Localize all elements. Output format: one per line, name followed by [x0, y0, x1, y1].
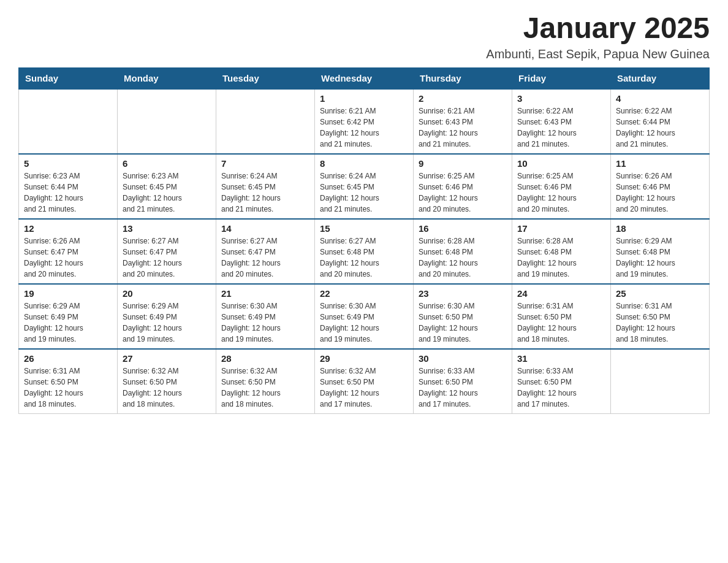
- calendar-cell: 17Sunrise: 6:28 AM Sunset: 6:48 PM Dayli…: [512, 219, 611, 284]
- day-number: 10: [517, 158, 605, 169]
- calendar-cell: 16Sunrise: 6:28 AM Sunset: 6:48 PM Dayli…: [414, 219, 512, 284]
- calendar-week-4: 19Sunrise: 6:29 AM Sunset: 6:49 PM Dayli…: [19, 284, 710, 349]
- day-info: Sunrise: 6:26 AM Sunset: 6:47 PM Dayligh…: [24, 236, 112, 280]
- calendar-cell: [611, 349, 710, 414]
- calendar-cell: 23Sunrise: 6:30 AM Sunset: 6:50 PM Dayli…: [414, 284, 512, 349]
- day-info: Sunrise: 6:24 AM Sunset: 6:45 PM Dayligh…: [221, 170, 309, 215]
- day-info: Sunrise: 6:24 AM Sunset: 6:45 PM Dayligh…: [320, 170, 408, 215]
- day-number: 26: [24, 353, 112, 364]
- day-number: 15: [320, 223, 408, 234]
- day-number: 2: [419, 93, 507, 104]
- calendar-cell: 9Sunrise: 6:25 AM Sunset: 6:46 PM Daylig…: [414, 154, 512, 219]
- day-number: 28: [221, 353, 309, 364]
- day-info: Sunrise: 6:27 AM Sunset: 6:48 PM Dayligh…: [320, 236, 408, 280]
- calendar-cell: 8Sunrise: 6:24 AM Sunset: 6:45 PM Daylig…: [315, 154, 414, 219]
- calendar-cell: 27Sunrise: 6:32 AM Sunset: 6:50 PM Dayli…: [118, 349, 216, 414]
- calendar-header-row: SundayMondayTuesdayWednesdayThursdayFrid…: [19, 67, 710, 89]
- day-number: 17: [517, 223, 605, 234]
- day-info: Sunrise: 6:28 AM Sunset: 6:48 PM Dayligh…: [419, 236, 507, 280]
- calendar-table: SundayMondayTuesdayWednesdayThursdayFrid…: [18, 67, 710, 414]
- calendar-cell: 24Sunrise: 6:31 AM Sunset: 6:50 PM Dayli…: [512, 284, 611, 349]
- calendar-cell: 2Sunrise: 6:21 AM Sunset: 6:43 PM Daylig…: [414, 89, 512, 154]
- calendar-cell: 3Sunrise: 6:22 AM Sunset: 6:43 PM Daylig…: [512, 89, 611, 154]
- day-info: Sunrise: 6:26 AM Sunset: 6:46 PM Dayligh…: [616, 170, 704, 215]
- calendar-cell: 1Sunrise: 6:21 AM Sunset: 6:42 PM Daylig…: [315, 89, 414, 154]
- day-info: Sunrise: 6:29 AM Sunset: 6:49 PM Dayligh…: [123, 301, 211, 345]
- calendar-cell: 28Sunrise: 6:32 AM Sunset: 6:50 PM Dayli…: [216, 349, 315, 414]
- day-number: 23: [419, 288, 507, 299]
- day-number: 11: [616, 158, 704, 169]
- day-number: 24: [517, 288, 605, 299]
- calendar-cell: 19Sunrise: 6:29 AM Sunset: 6:49 PM Dayli…: [19, 284, 118, 349]
- calendar-cell: 14Sunrise: 6:27 AM Sunset: 6:47 PM Dayli…: [216, 219, 315, 284]
- title-block: January 2025 Ambunti, East Sepik, Papua …: [18, 12, 710, 61]
- day-info: Sunrise: 6:33 AM Sunset: 6:50 PM Dayligh…: [517, 366, 605, 410]
- calendar-cell: 26Sunrise: 6:31 AM Sunset: 6:50 PM Dayli…: [19, 349, 118, 414]
- day-info: Sunrise: 6:32 AM Sunset: 6:50 PM Dayligh…: [221, 366, 309, 410]
- calendar-week-3: 12Sunrise: 6:26 AM Sunset: 6:47 PM Dayli…: [19, 219, 710, 284]
- calendar-cell: 6Sunrise: 6:23 AM Sunset: 6:45 PM Daylig…: [118, 154, 216, 219]
- day-number: 8: [320, 158, 408, 169]
- day-info: Sunrise: 6:22 AM Sunset: 6:44 PM Dayligh…: [616, 105, 704, 150]
- month-title: January 2025: [18, 12, 710, 45]
- day-info: Sunrise: 6:27 AM Sunset: 6:47 PM Dayligh…: [221, 236, 309, 280]
- calendar-cell: 30Sunrise: 6:33 AM Sunset: 6:50 PM Dayli…: [414, 349, 512, 414]
- day-number: 7: [221, 158, 309, 169]
- day-info: Sunrise: 6:21 AM Sunset: 6:42 PM Dayligh…: [320, 105, 408, 150]
- calendar-cell: 20Sunrise: 6:29 AM Sunset: 6:49 PM Dayli…: [118, 284, 216, 349]
- day-info: Sunrise: 6:32 AM Sunset: 6:50 PM Dayligh…: [320, 366, 408, 410]
- day-info: Sunrise: 6:29 AM Sunset: 6:48 PM Dayligh…: [616, 236, 704, 280]
- calendar-cell: 13Sunrise: 6:27 AM Sunset: 6:47 PM Dayli…: [118, 219, 216, 284]
- calendar-cell: [216, 89, 315, 154]
- day-info: Sunrise: 6:23 AM Sunset: 6:44 PM Dayligh…: [24, 170, 112, 215]
- day-number: 29: [320, 353, 408, 364]
- day-number: 30: [419, 353, 507, 364]
- day-number: 21: [221, 288, 309, 299]
- day-number: 6: [123, 158, 211, 169]
- calendar-cell: 7Sunrise: 6:24 AM Sunset: 6:45 PM Daylig…: [216, 154, 315, 219]
- calendar-cell: 29Sunrise: 6:32 AM Sunset: 6:50 PM Dayli…: [315, 349, 414, 414]
- day-info: Sunrise: 6:33 AM Sunset: 6:50 PM Dayligh…: [419, 366, 507, 410]
- calendar-week-1: 1Sunrise: 6:21 AM Sunset: 6:42 PM Daylig…: [19, 89, 710, 154]
- calendar-cell: 5Sunrise: 6:23 AM Sunset: 6:44 PM Daylig…: [19, 154, 118, 219]
- day-info: Sunrise: 6:25 AM Sunset: 6:46 PM Dayligh…: [517, 170, 605, 215]
- day-info: Sunrise: 6:31 AM Sunset: 6:50 PM Dayligh…: [24, 366, 112, 410]
- page-header: GeneralBlue January 2025 Ambunti, East S…: [18, 12, 710, 61]
- calendar-header-monday: Monday: [118, 67, 216, 89]
- calendar-header-friday: Friday: [512, 67, 611, 89]
- day-info: Sunrise: 6:30 AM Sunset: 6:49 PM Dayligh…: [320, 301, 408, 345]
- calendar-header-saturday: Saturday: [611, 67, 710, 89]
- day-number: 5: [24, 158, 112, 169]
- location-title: Ambunti, East Sepik, Papua New Guinea: [18, 47, 710, 61]
- day-number: 16: [419, 223, 507, 234]
- day-info: Sunrise: 6:22 AM Sunset: 6:43 PM Dayligh…: [517, 105, 605, 150]
- day-info: Sunrise: 6:23 AM Sunset: 6:45 PM Dayligh…: [123, 170, 211, 215]
- calendar-header-wednesday: Wednesday: [315, 67, 414, 89]
- calendar-cell: [19, 89, 118, 154]
- day-number: 27: [123, 353, 211, 364]
- calendar-cell: 4Sunrise: 6:22 AM Sunset: 6:44 PM Daylig…: [611, 89, 710, 154]
- day-number: 13: [123, 223, 211, 234]
- day-info: Sunrise: 6:21 AM Sunset: 6:43 PM Dayligh…: [419, 105, 507, 150]
- day-info: Sunrise: 6:27 AM Sunset: 6:47 PM Dayligh…: [123, 236, 211, 280]
- day-number: 3: [517, 93, 605, 104]
- day-number: 19: [24, 288, 112, 299]
- day-number: 22: [320, 288, 408, 299]
- calendar-week-2: 5Sunrise: 6:23 AM Sunset: 6:44 PM Daylig…: [19, 154, 710, 219]
- day-info: Sunrise: 6:28 AM Sunset: 6:48 PM Dayligh…: [517, 236, 605, 280]
- day-number: 4: [616, 93, 704, 104]
- day-info: Sunrise: 6:31 AM Sunset: 6:50 PM Dayligh…: [616, 301, 704, 345]
- day-info: Sunrise: 6:32 AM Sunset: 6:50 PM Dayligh…: [123, 366, 211, 410]
- calendar-cell: 12Sunrise: 6:26 AM Sunset: 6:47 PM Dayli…: [19, 219, 118, 284]
- calendar-cell: 15Sunrise: 6:27 AM Sunset: 6:48 PM Dayli…: [315, 219, 414, 284]
- day-info: Sunrise: 6:25 AM Sunset: 6:46 PM Dayligh…: [419, 170, 507, 215]
- calendar-cell: 18Sunrise: 6:29 AM Sunset: 6:48 PM Dayli…: [611, 219, 710, 284]
- calendar-cell: 22Sunrise: 6:30 AM Sunset: 6:49 PM Dayli…: [315, 284, 414, 349]
- calendar-cell: 11Sunrise: 6:26 AM Sunset: 6:46 PM Dayli…: [611, 154, 710, 219]
- day-info: Sunrise: 6:30 AM Sunset: 6:49 PM Dayligh…: [221, 301, 309, 345]
- day-number: 1: [320, 93, 408, 104]
- day-number: 18: [616, 223, 704, 234]
- day-number: 9: [419, 158, 507, 169]
- calendar-header-thursday: Thursday: [414, 67, 512, 89]
- calendar-cell: 25Sunrise: 6:31 AM Sunset: 6:50 PM Dayli…: [611, 284, 710, 349]
